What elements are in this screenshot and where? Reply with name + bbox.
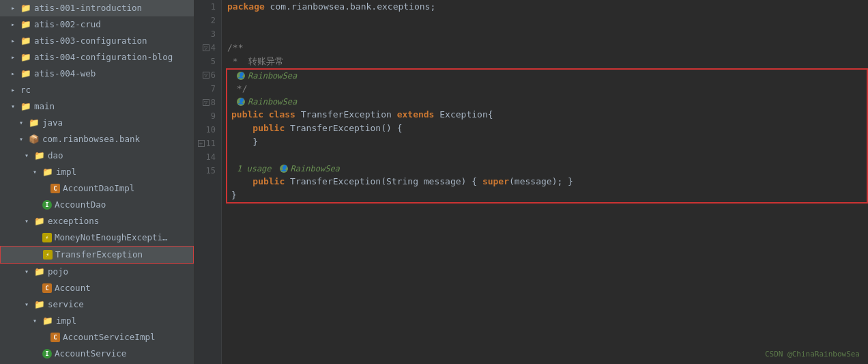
sidebar-item-main[interactable]: 📁 main [0, 98, 194, 115]
folder-icon: 📁 [34, 214, 45, 228]
sidebar-item-web[interactable]: 📁 atis-004-web [0, 66, 194, 82]
keyword: public [231, 108, 263, 122]
author-icon-3: 👤 [280, 165, 288, 173]
code-line-10 [231, 149, 863, 163]
sidebar-item-service-impl[interactable]: 📁 impl [0, 313, 194, 329]
sidebar-item-account-dao-impl[interactable]: C AccountDaoImpl [0, 180, 194, 197]
watermark: CSDN @ChinaRainbowSea [765, 350, 860, 359]
line-number: 14 [194, 150, 216, 164]
fold-icon[interactable]: ▽ [203, 99, 209, 106]
arrow-icon [11, 100, 19, 113]
arrow-icon [11, 34, 19, 48]
sidebar-item-exceptions[interactable]: 📁 exceptions [0, 213, 194, 229]
folder-icon: 📁 [20, 34, 31, 48]
arrow-icon [33, 314, 41, 328]
sidebar-item-service[interactable]: 📁 service [0, 296, 194, 313]
author-icon-2: 👤 [237, 98, 245, 106]
highlight-region: 👤 RainbowSea */ 👤 RainbowSea public [226, 68, 868, 204]
code-line-3 [227, 27, 868, 41]
code-editor: 1 2 3 ▽4 5 ▽6 7 ▽8 9 10 +11 14 15 [194, 0, 868, 364]
fold-icon[interactable]: ▽ [203, 44, 209, 51]
sidebar-item-rc[interactable]: rc [0, 82, 194, 98]
author-name-3: RainbowSea [291, 162, 340, 176]
sidebar-item-java[interactable]: 📁 java [0, 115, 194, 131]
code-line-1: package com.rianbowsea.bank.exceptions; [227, 0, 868, 14]
comment: */ [231, 82, 247, 96]
arrow-icon [25, 214, 33, 228]
folder-icon: 📁 [29, 116, 40, 130]
usage-author: 👤 RainbowSea [280, 162, 340, 176]
line-number: 9 [194, 109, 216, 123]
sidebar-item-account-service[interactable]: I AccountService [0, 346, 194, 362]
code-text: (message); } [509, 175, 573, 188]
folder-icon: 📁 [20, 100, 31, 113]
sidebar-item-label: atis-004-configuration-blog [34, 51, 173, 64]
sidebar-item-label: AccountServiceImpl [63, 331, 155, 344]
exception-icon: ⚡ [42, 233, 52, 242]
sidebar-item-label: dao [48, 149, 63, 163]
code-text: } [231, 188, 237, 202]
sidebar-item-label: main [34, 100, 55, 113]
exception-icon: ⚡ [43, 250, 53, 260]
usage-count: 1 usage [237, 162, 272, 176]
sidebar-item-dao[interactable]: 📁 dao [0, 148, 194, 164]
line-number: 1 [194, 0, 216, 14]
fold-icon[interactable]: ▽ [203, 72, 209, 79]
line-number: ▽8 [194, 96, 216, 109]
sidebar-item-label: MoneyNotEnoughExcepti… [55, 231, 168, 244]
code-line-5: * 转账异常 [227, 55, 868, 68]
code-text: String [386, 175, 418, 188]
line-number: 7 [194, 82, 216, 96]
code-line-6: */ [231, 82, 863, 96]
sidebar-item-config-blog[interactable]: 📁 atis-004-configuration-blog [0, 49, 194, 66]
interface-icon: I [42, 200, 52, 210]
author-name: RainbowSea [248, 69, 297, 83]
keyword: public [231, 122, 285, 135]
sidebar-item-label: AccountService [55, 347, 126, 361]
sidebar-item-account-service-impl[interactable]: C AccountServiceImpl [0, 329, 194, 346]
line-number: ▽4 [194, 41, 216, 55]
folder-icon: 📁 [34, 298, 45, 311]
sidebar-item-label: AccountDaoImpl [63, 182, 134, 195]
class-icon: C [42, 283, 52, 293]
file-tree[interactable]: 📁 atis-001-introduction 📁 atis-002-crud … [0, 0, 194, 364]
code-text: Exception{ [434, 108, 493, 122]
fold-icon[interactable]: + [198, 140, 205, 147]
code-block-11: 1 usage 👤 RainbowSea public TransferExce… [231, 163, 863, 188]
sidebar-item-money-exception[interactable]: ⚡ MoneyNotEnoughExcepti… [0, 229, 194, 246]
code-line-8: public TransferException() { [231, 122, 863, 135]
code-text: TransferException [295, 108, 397, 122]
sidebar-item-introduction[interactable]: 📁 atis-001-introduction [0, 0, 194, 16]
arrow-icon [11, 18, 19, 31]
keyword: extends [397, 108, 435, 122]
code-line-7: public class TransferException extends E… [231, 108, 863, 122]
arrow-icon [19, 116, 27, 130]
sidebar-item-label: TransferException [55, 248, 143, 262]
sidebar-item-impl[interactable]: 📁 impl [0, 164, 194, 180]
arrow-icon [25, 149, 33, 163]
folder-icon: 📁 [34, 265, 45, 279]
sidebar-item-package[interactable]: 📦 com.rianbowsea.bank [0, 131, 194, 148]
author-name-2: RainbowSea [248, 95, 297, 109]
sidebar-item-account-dao[interactable]: I AccountDao [0, 197, 194, 213]
sidebar-item-pojo[interactable]: 📁 pojo [0, 264, 194, 280]
code-text: TransferException( [285, 175, 386, 188]
code-line-11: public TransferException( String message… [231, 175, 863, 188]
arrow-icon [33, 165, 41, 179]
comment: * 转账异常 [227, 55, 284, 68]
code-content[interactable]: package com.rianbowsea.bank.exceptions; … [222, 0, 868, 364]
code-text: message) { [418, 175, 482, 188]
sidebar-item-configuration[interactable]: 📁 atis-003-configuration [0, 33, 194, 49]
code-line-4: /** [227, 41, 868, 55]
sidebar-item-account[interactable]: C Account [0, 280, 194, 296]
arrow-icon [11, 83, 19, 97]
arrow-icon [25, 265, 33, 279]
author-hint: 👤 RainbowSea [231, 70, 863, 82]
code-line-15 [227, 204, 868, 217]
sidebar-item-label: exceptions [48, 214, 99, 228]
code-line-14: } [231, 188, 863, 202]
sidebar-item-transfer-exception[interactable]: ⚡ TransferException [0, 246, 194, 264]
line-number: 15 [194, 164, 216, 178]
sidebar-item-crud[interactable]: 📁 atis-002-crud [0, 16, 194, 33]
sidebar-item-label: AccountDao [55, 198, 106, 212]
